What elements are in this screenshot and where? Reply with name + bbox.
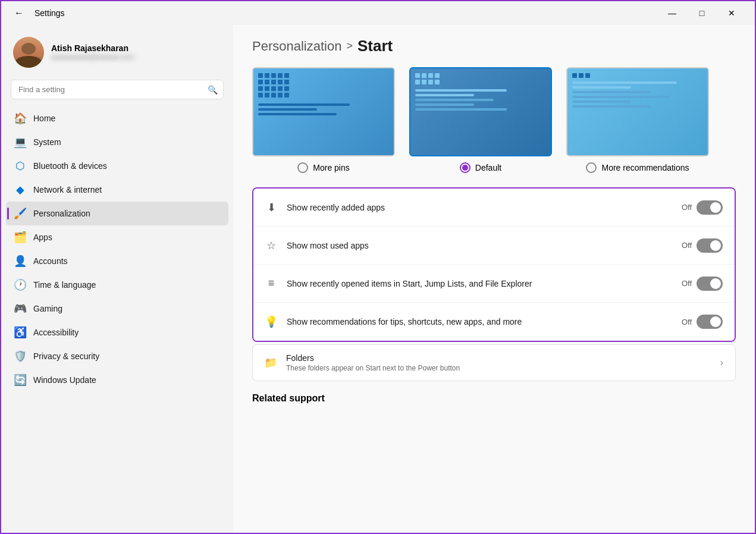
avatar [13, 37, 44, 68]
back-button[interactable]: ← [11, 5, 27, 21]
radio-inner-default [462, 165, 468, 171]
accessibility-icon: ♿ [14, 326, 26, 338]
chevron-right-icon: › [720, 357, 723, 368]
sidebar-item-label: Network & internet [33, 185, 102, 194]
folders-row[interactable]: 📁 Folders These folders appear on Start … [252, 344, 736, 381]
recently-added-toggle[interactable] [697, 200, 723, 215]
gaming-icon: 🎮 [14, 303, 26, 315]
recently-opened-control: Off [682, 277, 723, 291]
sidebar-item-network[interactable]: ◆ Network & internet [6, 178, 228, 202]
radio-circle-more-recs [586, 162, 597, 173]
network-icon: ◆ [14, 184, 26, 196]
sidebar-item-bluetooth[interactable]: ⬡ Bluetooth & devices [6, 154, 228, 178]
close-button[interactable]: ✕ [718, 4, 745, 23]
recently-added-icon: ⬇ [265, 202, 277, 213]
toggle-thumb [710, 240, 721, 251]
titlebar-controls: — □ ✕ [658, 4, 745, 23]
sidebar-item-accounts[interactable]: 👤 Accounts [6, 249, 228, 273]
layout-preview-default [409, 67, 552, 156]
sidebar-item-update[interactable]: 🔄 Windows Update [6, 368, 228, 392]
folders-icon: 📁 [265, 357, 277, 369]
sidebar-item-time[interactable]: 🕐 Time & language [6, 273, 228, 297]
recommendations-label: Show recommendations for tips, shortcuts… [287, 317, 672, 326]
most-used-toggle[interactable] [697, 238, 723, 253]
main-content: Personalization > Start [233, 25, 755, 534]
radio-more-recs[interactable]: More recommendations [586, 162, 689, 173]
sidebar-item-apps[interactable]: 🗂️ Apps [6, 225, 228, 249]
toggle-settings-group: ⬇ Show recently added apps Off ☆ Show mo… [252, 187, 736, 342]
toggle-thumb [710, 316, 721, 327]
recently-opened-value: Off [682, 279, 692, 288]
minimize-button[interactable]: — [658, 4, 686, 23]
radio-label-more-pins: More pins [313, 163, 349, 172]
recently-added-value: Off [682, 203, 692, 212]
sidebar-item-label: Apps [33, 233, 52, 242]
recently-added-control: Off [682, 200, 723, 215]
time-icon: 🕐 [14, 279, 26, 291]
user-profile[interactable]: Atish Rajasekharan ●●●●●●●●●@●●●●●.com [6, 32, 228, 77]
sidebar-nav: 🏠 Home 💻 System ⬡ Bluetooth & devices ◆ … [6, 106, 228, 392]
most-used-label: Show most used apps [287, 241, 672, 250]
bluetooth-icon: ⬡ [14, 160, 26, 172]
radio-more-pins[interactable]: More pins [297, 162, 349, 173]
sidebar-item-personalization[interactable]: 🖌️ Personalization [6, 202, 228, 225]
system-icon: 💻 [14, 136, 26, 148]
sidebar-item-label: Home [33, 114, 55, 123]
most-used-value: Off [682, 241, 692, 250]
related-support-title: Related support [252, 393, 736, 404]
user-name: Atish Rajasekharan [51, 43, 221, 53]
sidebar-item-gaming[interactable]: 🎮 Gaming [6, 297, 228, 321]
most-used-icon: ☆ [265, 240, 277, 252]
sidebar-item-accessibility[interactable]: ♿ Accessibility [6, 321, 228, 344]
titlebar: ← Settings — □ ✕ [1, 1, 755, 25]
sidebar-item-label: Accessibility [33, 328, 79, 337]
breadcrumb-parent[interactable]: Personalization [252, 39, 341, 54]
recommendations-value: Off [682, 318, 692, 326]
layout-preview-more-pins [252, 67, 395, 156]
layout-option-more-recs[interactable]: More recommendations [566, 67, 709, 173]
recently-opened-icon: ≡ [265, 278, 277, 290]
radio-label-default: Default [475, 163, 501, 172]
sidebar-item-label: Privacy & security [33, 351, 99, 361]
toggle-thumb [710, 278, 721, 289]
sidebar: Atish Rajasekharan ●●●●●●●●●@●●●●●.com 🔍… [1, 25, 233, 534]
breadcrumb: Personalization > Start [252, 37, 736, 55]
home-icon: 🏠 [14, 112, 26, 124]
sidebar-item-home[interactable]: 🏠 Home [6, 106, 228, 130]
privacy-icon: 🛡️ [14, 350, 26, 362]
layout-options: More pins [252, 67, 736, 173]
apps-icon: 🗂️ [14, 231, 26, 243]
recently-opened-toggle[interactable] [697, 277, 723, 291]
radio-default[interactable]: Default [460, 162, 501, 173]
recommendations-toggle[interactable] [697, 315, 723, 329]
breadcrumb-separator: > [346, 40, 353, 52]
sidebar-item-privacy[interactable]: 🛡️ Privacy & security [6, 344, 228, 368]
settings-row-most-used: ☆ Show most used apps Off [253, 227, 735, 265]
search-icon: 🔍 [208, 85, 218, 95]
user-email: ●●●●●●●●●@●●●●●.com [51, 53, 221, 61]
folders-title: Folders [286, 353, 711, 363]
sidebar-item-label: Windows Update [33, 375, 96, 385]
recommendations-control: Off [682, 315, 723, 329]
settings-row-recommendations: 💡 Show recommendations for tips, shortcu… [253, 303, 735, 341]
breadcrumb-current: Start [357, 37, 393, 55]
user-info: Atish Rajasekharan ●●●●●●●●●@●●●●●.com [51, 43, 221, 61]
layout-option-default[interactable]: Default [409, 67, 552, 173]
titlebar-left: ← Settings [11, 5, 65, 21]
settings-row-recently-opened: ≡ Show recently opened items in Start, J… [253, 265, 735, 303]
search-input[interactable] [11, 80, 224, 99]
radio-circle-more-pins [297, 162, 308, 173]
layout-preview-more-recs [566, 67, 709, 156]
recently-added-label: Show recently added apps [287, 203, 672, 212]
folders-content: Folders These folders appear on Start ne… [286, 353, 711, 372]
accounts-icon: 👤 [14, 255, 26, 267]
maximize-button[interactable]: □ [688, 4, 716, 23]
sidebar-item-label: Personalization [33, 209, 90, 218]
toggle-thumb [710, 202, 721, 213]
sidebar-item-system[interactable]: 💻 System [6, 130, 228, 154]
update-icon: 🔄 [14, 374, 26, 386]
recently-opened-label: Show recently opened items in Start, Jum… [287, 279, 672, 288]
sidebar-item-label: Time & language [33, 280, 96, 290]
radio-label-more-recs: More recommendations [601, 163, 689, 172]
layout-option-more-pins[interactable]: More pins [252, 67, 395, 173]
